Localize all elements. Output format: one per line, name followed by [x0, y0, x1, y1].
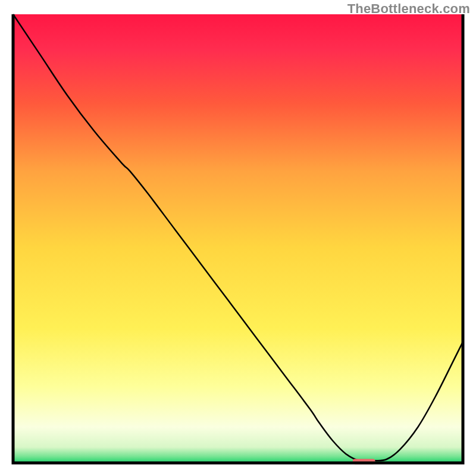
svg-rect-0 [13, 14, 463, 463]
bottleneck-chart [0, 0, 476, 476]
watermark-text: TheBottleneck.com [347, 1, 470, 17]
chart-container: { "watermark": "TheBottleneck.com", "cha… [0, 0, 476, 476]
